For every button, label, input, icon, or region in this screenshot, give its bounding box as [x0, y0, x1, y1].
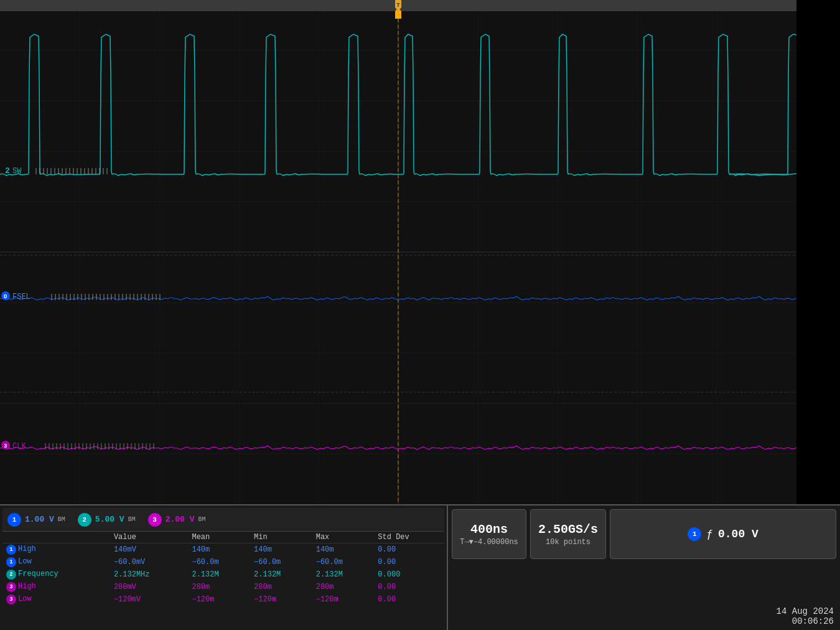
timebase-row: 400ns T→▼−4.00000ns 2.50GS/s 10k points … — [452, 509, 836, 559]
col-header-stddev: Std Dev — [374, 532, 444, 543]
col-header-name — [2, 532, 110, 543]
ch3-bm: BM — [198, 516, 205, 523]
meas-label-cell: 3High — [2, 581, 110, 593]
meas-value: −120mV — [110, 593, 189, 606]
meas-stddev: 0.00 — [374, 543, 444, 557]
timebase-box: 400ns T→▼−4.00000ns — [452, 509, 526, 559]
svg-text:CLK: CLK — [12, 442, 26, 451]
measurements-area: 1 1.00 V BM 2 5.00 V BM 3 2.00 V BM — [0, 505, 448, 630]
meas-value: 280mV — [110, 581, 189, 593]
meas-min: 140m — [250, 543, 312, 557]
meas-min: 2.132M — [250, 568, 312, 581]
meas-row-1: 1Low−60.0mV−60.0m−60.0m−60.0m0.00 — [2, 556, 444, 568]
col-header-max: Max — [312, 532, 375, 543]
ch1-badge: 1 — [7, 513, 21, 527]
svg-text:||||||||||||||||||||: |||||||||||||||||||| — [34, 168, 109, 175]
trigger-value: 0.00 V — [718, 528, 758, 540]
meas-label-cell: 1Low — [2, 556, 110, 568]
meas-value: 140mV — [110, 543, 189, 557]
meas-stddev: 0.00 — [374, 556, 444, 568]
meas-max: 2.132M — [312, 568, 375, 581]
svg-text:SW: SW — [12, 167, 22, 176]
ch1-bm: BM — [58, 516, 65, 523]
waveform-svg: T — [0, 0, 796, 504]
meas-label: Frequency — [18, 570, 58, 578]
meas-mean: 2.132M — [188, 568, 250, 581]
bottom-panel: 1 1.00 V BM 2 5.00 V BM 3 2.00 V BM — [0, 504, 840, 630]
meas-mean: −120m — [188, 593, 250, 606]
channel-scales: 1 1.00 V BM 2 5.00 V BM 3 2.00 V BM — [2, 508, 444, 532]
meas-stddev: 0.00 — [374, 581, 444, 593]
meas-ch-badge: 3 — [6, 595, 16, 604]
svg-text:||||||||||||||||||||||||||||||: |||||||||||||||||||||||||||||| — [44, 443, 156, 450]
col-header-value: Value — [110, 532, 189, 543]
meas-mean: 280m — [188, 581, 250, 593]
ch3-scale-value: 2.00 V — [166, 515, 195, 524]
meas-label-cell: 2Frequency — [2, 568, 110, 581]
svg-text:D: D — [4, 294, 7, 300]
meas-label: Low — [18, 557, 32, 566]
meas-mean: 140m — [188, 543, 250, 557]
datetime-line1: 14 Aug 2024 — [777, 606, 834, 616]
meas-ch-badge: 2 — [6, 570, 16, 580]
meas-mean: −60.0m — [188, 556, 250, 568]
datetime: 14 Aug 2024 00:06:26 — [777, 606, 834, 626]
ch1-scale: 1 1.00 V BM — [7, 513, 65, 527]
record-length-value: 10k points — [546, 538, 590, 547]
ch2-scale: 2 5.00 V BM — [78, 513, 136, 527]
svg-rect-40 — [398, 0, 796, 11]
meas-label: Low — [18, 595, 32, 603]
ch2-badge: 2 — [78, 513, 91, 527]
meas-min: −60.0m — [250, 556, 312, 568]
svg-text:||||||||||||||||||||||||||||||: |||||||||||||||||||||||||||||| — [50, 294, 162, 301]
scope-display: T — [0, 0, 796, 504]
datetime-line2: 00:06:26 — [777, 616, 834, 626]
meas-label: High — [18, 582, 36, 591]
col-header-min: Min — [250, 532, 312, 543]
svg-rect-39 — [0, 0, 398, 11]
trigger-ch-badge: 1 — [688, 527, 701, 541]
meas-value: −60.0mV — [110, 556, 189, 568]
meas-stddev: 0.00 — [374, 593, 444, 606]
svg-text:3: 3 — [4, 443, 7, 449]
meas-row-4: 3Low−120mV−120m−120m−120m0.00 — [2, 593, 444, 606]
meas-row-2: 2Frequency2.132MHz2.132M2.132M2.132M0.00… — [2, 568, 444, 581]
meas-max: 280m — [312, 581, 375, 593]
ch2-bm: BM — [128, 516, 136, 523]
cursor-value: T→▼−4.00000ns — [460, 538, 518, 547]
meas-row-3: 3High280mV280m280m280m0.00 — [2, 581, 444, 593]
sample-rate-box: 2.50GS/s 10k points — [530, 509, 606, 559]
sample-rate-value: 2.50GS/s — [538, 522, 598, 537]
meas-value: 2.132MHz — [110, 568, 189, 581]
meas-row-0: 1High140mV140m140m140m0.00 — [2, 543, 444, 557]
col-header-mean: Mean — [188, 532, 250, 543]
meas-label-cell: 1High — [2, 543, 110, 557]
trigger-symbol: ƒ — [706, 528, 713, 540]
time-div-value: 400ns — [470, 522, 508, 537]
ch1-scale-value: 1.00 V — [25, 515, 54, 524]
controls-area: 400ns T→▼−4.00000ns 2.50GS/s 10k points … — [448, 505, 840, 630]
ch3-scale: 3 2.00 V BM — [148, 513, 206, 527]
ch3-badge: 3 — [148, 513, 162, 527]
meas-stddev: 0.000 — [374, 568, 444, 581]
meas-ch-badge: 1 — [6, 545, 16, 555]
ch2-scale-value: 5.00 V — [95, 515, 124, 524]
meas-min: 280m — [250, 581, 312, 593]
meas-max: 140m — [312, 543, 375, 557]
meas-min: −120m — [250, 593, 312, 606]
trigger-box: 1 ƒ 0.00 V — [610, 509, 836, 559]
meas-max: −60.0m — [312, 556, 375, 568]
meas-ch-badge: 3 — [6, 582, 16, 592]
meas-label-cell: 3Low — [2, 593, 110, 606]
measurements-table: Value Mean Min Max Std Dev 1High140mV140… — [2, 532, 444, 606]
meas-ch-badge: 1 — [6, 557, 16, 567]
meas-label: High — [18, 545, 36, 553]
meas-max: −120m — [312, 593, 375, 606]
svg-text:FSEL: FSEL — [12, 293, 30, 301]
svg-text:2: 2 — [5, 166, 10, 176]
